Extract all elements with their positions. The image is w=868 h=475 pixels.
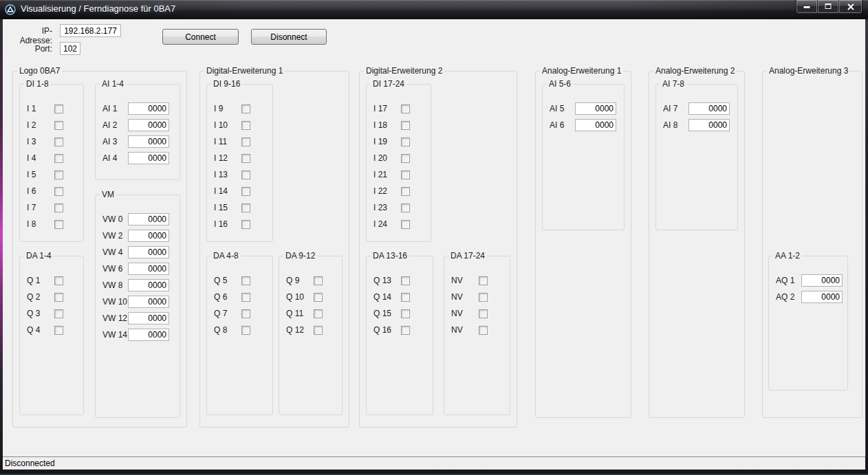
io-checkbox[interactable] [241, 293, 250, 302]
rows-da-4-8: Q 5Q 6Q 7Q 8 [207, 256, 272, 338]
io-label: VW 2 [102, 231, 128, 241]
io-value-field[interactable] [575, 102, 616, 115]
io-value-field[interactable] [128, 152, 169, 164]
port-input[interactable] [60, 42, 80, 55]
io-checkbox[interactable] [401, 276, 410, 285]
io-value-field[interactable] [128, 213, 169, 225]
disconnect-button[interactable]: Disonnect [251, 29, 327, 45]
connect-button[interactable]: Connect [162, 29, 239, 45]
io-checkbox[interactable] [479, 276, 488, 285]
io-value-field[interactable] [801, 274, 843, 287]
io-checkbox[interactable] [479, 293, 488, 302]
io-checkbox[interactable] [241, 121, 250, 130]
io-checkbox[interactable] [241, 326, 250, 335]
io-label: AI 6 [550, 120, 575, 130]
io-label: I 15 [214, 203, 241, 212]
io-checkbox[interactable] [54, 170, 63, 179]
io-checkbox[interactable] [314, 326, 323, 335]
io-value-field[interactable] [801, 291, 843, 303]
rows-da-9-12: Q 9Q 10Q 11Q 12 [279, 256, 342, 338]
io-checkbox[interactable] [479, 326, 488, 335]
io-value-field[interactable] [688, 119, 730, 131]
io-checkbox[interactable] [401, 170, 410, 179]
group-di-17-24: DI 17-24 I 17I 18I 19I 20I 21I 22I 23I 2… [366, 84, 431, 242]
io-checkbox[interactable] [401, 220, 410, 229]
io-value-field[interactable] [688, 102, 730, 115]
io-checkbox[interactable] [241, 203, 250, 212]
io-checkbox[interactable] [54, 293, 63, 302]
io-checkbox[interactable] [54, 326, 63, 335]
close-button[interactable] [838, 0, 862, 14]
io-checkbox[interactable] [401, 326, 410, 335]
io-label: Q 15 [373, 309, 401, 318]
io-value-field[interactable] [128, 296, 169, 308]
io-checkbox[interactable] [241, 104, 250, 113]
io-checkbox[interactable] [241, 187, 250, 196]
io-checkbox[interactable] [314, 276, 323, 285]
io-value-field[interactable] [128, 135, 169, 148]
io-checkbox[interactable] [401, 187, 410, 196]
io-value-field[interactable] [128, 279, 169, 291]
io-row: I 17 [367, 100, 431, 117]
io-checkbox[interactable] [401, 137, 410, 146]
io-label: Q 8 [214, 325, 241, 335]
io-checkbox[interactable] [241, 170, 250, 179]
io-checkbox[interactable] [314, 293, 323, 302]
io-value-field[interactable] [128, 312, 169, 324]
group-title: AI 5-6 [547, 79, 573, 89]
io-label: Q 9 [286, 276, 314, 285]
io-row: VW 12 [96, 310, 180, 327]
window-border-bottom [0, 470, 868, 475]
io-checkbox[interactable] [54, 137, 63, 146]
io-checkbox[interactable] [54, 121, 63, 130]
app-logo-icon [5, 4, 16, 15]
io-checkbox[interactable] [401, 293, 410, 302]
io-value-field[interactable] [575, 119, 616, 131]
caption-button-group [796, 0, 862, 14]
rows-da-13-16: Q 13Q 14Q 15Q 16 [367, 256, 433, 338]
io-checkbox[interactable] [401, 203, 410, 212]
group-title: DA 17-24 [448, 251, 487, 261]
io-checkbox[interactable] [241, 137, 250, 146]
io-checkbox[interactable] [241, 276, 250, 285]
io-checkbox[interactable] [241, 309, 250, 318]
io-value-field[interactable] [128, 102, 169, 115]
ip-address-input[interactable] [60, 24, 121, 37]
maximize-button[interactable] [817, 0, 839, 14]
title-bar[interactable]: Visualisierung / Ferndiagnose für 0BA7 [0, 0, 868, 19]
io-checkbox[interactable] [401, 154, 410, 163]
io-checkbox[interactable] [241, 220, 250, 229]
io-checkbox[interactable] [54, 220, 63, 229]
io-label: I 17 [373, 104, 401, 113]
io-checkbox[interactable] [314, 309, 323, 318]
io-row: AI 7 [656, 100, 737, 117]
io-label: I 13 [214, 170, 241, 179]
io-checkbox[interactable] [401, 104, 410, 113]
io-checkbox[interactable] [401, 309, 410, 318]
io-value-field[interactable] [128, 263, 169, 275]
io-checkbox[interactable] [241, 154, 250, 163]
io-value-field[interactable] [128, 230, 169, 242]
io-checkbox[interactable] [54, 276, 63, 285]
io-label: I 19 [373, 137, 401, 146]
io-label: I 18 [373, 120, 401, 130]
group-title: DA 4-8 [211, 251, 241, 261]
io-label: AI 4 [102, 153, 128, 163]
io-checkbox[interactable] [54, 203, 63, 212]
io-checkbox[interactable] [401, 121, 410, 130]
io-checkbox[interactable] [54, 154, 63, 163]
io-label: Q 6 [214, 292, 241, 302]
rows-aa-1-2: AQ 1AQ 2 [769, 256, 847, 305]
io-label: Q 1 [27, 276, 54, 285]
io-label: I 8 [27, 219, 54, 229]
io-label: VW 12 [102, 313, 128, 323]
io-value-field[interactable] [128, 119, 169, 131]
io-value-field[interactable] [128, 246, 169, 258]
io-checkbox[interactable] [54, 309, 63, 318]
io-value-field[interactable] [128, 329, 169, 341]
io-checkbox[interactable] [54, 104, 63, 113]
minimize-button[interactable] [796, 0, 818, 14]
rows-ai-5-6: AI 5AI 6 [543, 85, 624, 133]
io-checkbox[interactable] [479, 309, 488, 318]
io-checkbox[interactable] [54, 187, 63, 196]
